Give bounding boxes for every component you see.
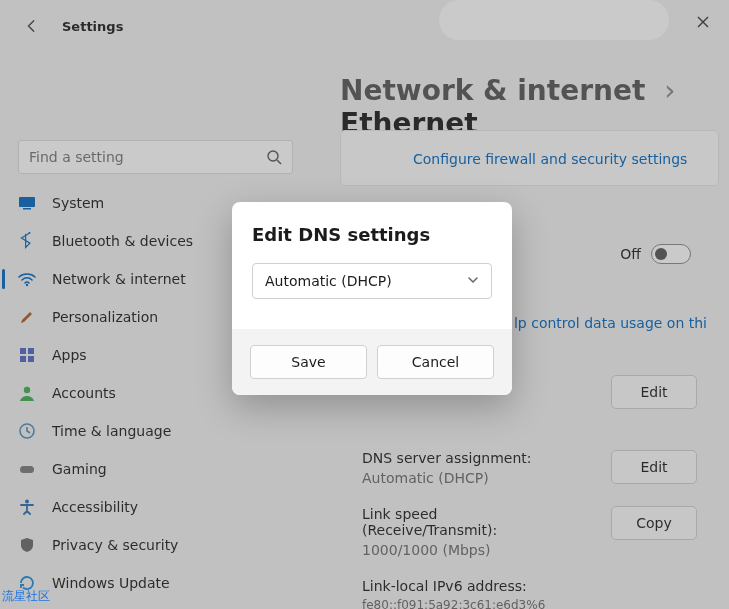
chevron-down-icon (467, 273, 479, 289)
save-button[interactable]: Save (250, 345, 367, 379)
select-value: Automatic (DHCP) (265, 273, 392, 289)
cancel-button[interactable]: Cancel (377, 345, 494, 379)
edit-dns-dialog: Edit DNS settings Automatic (DHCP) Save … (232, 202, 512, 395)
dialog-title: Edit DNS settings (252, 224, 492, 245)
watermark-text: 流星社区 (2, 588, 50, 605)
dns-mode-select[interactable]: Automatic (DHCP) (252, 263, 492, 299)
